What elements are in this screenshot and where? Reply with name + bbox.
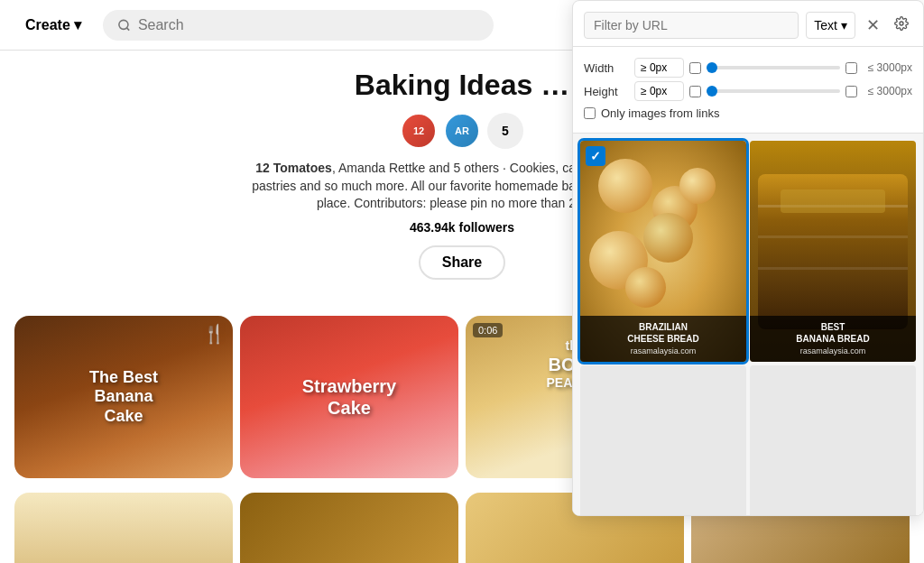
height-min-checkbox[interactable] (689, 86, 701, 97)
contributor-others: and 5 others (429, 161, 499, 175)
filter-controls: Width ≤ 3000px Height ≤ 3000px (573, 47, 923, 134)
width-filter-row: Width ≤ 3000px (584, 58, 912, 78)
filter-type-label: Text (814, 18, 837, 32)
width-slider[interactable] (707, 66, 840, 69)
height-filter-row: Height ≤ 3000px (584, 81, 912, 101)
contributor-name-1: 12 Tomatoes (255, 161, 332, 175)
search-bar (103, 10, 494, 41)
pin-card-6[interactable] (240, 493, 458, 563)
height-min-input[interactable] (634, 81, 684, 101)
avatar-count: 5 (487, 113, 523, 149)
images-grid: ✓ BRAZILIANCHEESE BREADrasamalaysia.com (573, 134, 923, 515)
only-images-label: Only images from links (601, 106, 719, 120)
svg-line-1 (126, 27, 129, 30)
height-max-checkbox[interactable] (845, 86, 857, 97)
create-button[interactable]: Create ▾ (14, 9, 92, 41)
selected-check: ✓ (586, 146, 605, 166)
settings-button[interactable] (891, 13, 912, 38)
panel-scroll[interactable]: Text ▾ ✕ Width ≤ 3000px (573, 1, 923, 515)
image-thumb-2[interactable]: BESTBANANA BREADrasamalaysia.com (750, 141, 916, 362)
image-label-1: BRAZILIANCHEESE BREADrasamalaysia.com (580, 316, 746, 363)
pin-title-1: The BestBanana Cake (69, 367, 179, 426)
chevron-down-icon: ▾ (841, 18, 847, 32)
height-max-label: ≤ 3000px (863, 85, 912, 97)
svg-point-0 (119, 20, 128, 29)
main-content: Baking Ideas … 12 AR 5 12 Tomatoes, Aman… (0, 51, 924, 563)
image-thumb-1[interactable]: ✓ BRAZILIANCHEESE BREADrasamalaysia.com (580, 141, 746, 362)
svg-point-2 (900, 22, 903, 25)
image-site-1: rasamalaysia.com (631, 346, 697, 355)
image-label-2: BESTBANANA BREADrasamalaysia.com (750, 316, 916, 363)
pin-card-5[interactable] (14, 493, 233, 563)
pin-card-2[interactable]: StrawberryCake (240, 316, 458, 478)
create-label: Create (25, 17, 70, 33)
pin-duration-badge: 0:06 (473, 323, 503, 337)
width-label: Width (584, 61, 629, 75)
close-button[interactable]: ✕ (863, 14, 883, 37)
pin-card-1[interactable]: The BestBanana Cake 🍴 (14, 316, 233, 478)
contributor-name-2: , Amanda Rettke (332, 161, 426, 175)
filter-panel: Text ▾ ✕ Width ≤ 3000px (572, 0, 924, 516)
pin-title-2: StrawberryCake (302, 375, 397, 419)
share-button[interactable]: Share (419, 245, 505, 280)
image-thumb-4[interactable] (750, 365, 916, 515)
width-min-checkbox[interactable] (689, 62, 701, 74)
avatar-1: 12 (401, 113, 437, 149)
gear-icon (894, 16, 909, 31)
filter-bar: Text ▾ ✕ (573, 1, 923, 47)
search-input[interactable] (138, 17, 479, 33)
avatar-2: AR (444, 113, 480, 149)
chevron-down-icon: ▾ (74, 16, 81, 33)
only-images-row: Only images from links (584, 106, 912, 120)
filter-url-input[interactable] (584, 12, 799, 39)
image-thumb-3[interactable] (580, 365, 746, 515)
filter-type-select[interactable]: Text ▾ (806, 12, 855, 39)
width-max-label: ≤ 3000px (863, 61, 912, 74)
search-icon (117, 18, 131, 32)
only-images-checkbox[interactable] (584, 107, 596, 119)
width-min-input[interactable] (634, 58, 684, 78)
height-label: Height (584, 85, 629, 98)
height-slider[interactable] (707, 89, 840, 93)
image-site-2: rasamalaysia.com (800, 346, 866, 355)
width-max-checkbox[interactable] (845, 62, 857, 74)
